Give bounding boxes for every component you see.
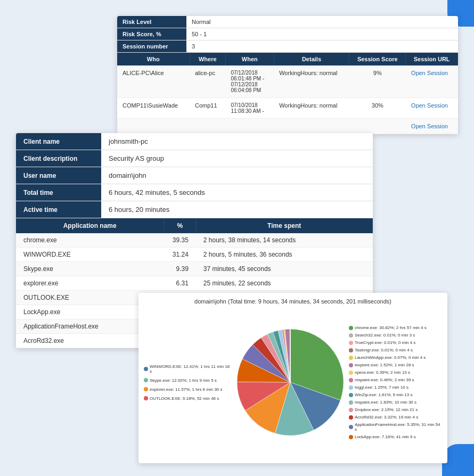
app-row: explorer.exe 6.31 25 minutes, 22 seconds bbox=[16, 276, 373, 291]
user-name-value: domain\john bbox=[101, 167, 373, 184]
pie-label-item-right: TrueCrypt.exe: 0.01%; 0 min 4 s bbox=[349, 340, 442, 345]
pie-label-item-left: OUTLOOK.EXE: 9.18%; 52 min 46 s bbox=[144, 396, 232, 401]
pie-label-text: mspaint.exe: 1.83%; 10 min 30 s bbox=[355, 400, 416, 405]
session-where-2: Comp11 bbox=[190, 98, 225, 119]
pie-label-item-right: chrome.exe: 30.82%; 2 hrs 57 min 4 s bbox=[349, 325, 442, 330]
session-row-2: COMP11\SusieWade Comp11 07/10/2018 11:08… bbox=[117, 98, 458, 119]
pie-label-dot bbox=[349, 363, 353, 367]
user-name-row: User name domain\john bbox=[16, 167, 373, 184]
risk-level-label: Risk Level bbox=[117, 16, 186, 28]
pie-label-item-left: WINWORD.EXE: 12.41%; 1 hrs 11 min 18 s bbox=[144, 364, 232, 374]
pie-label-dot bbox=[349, 435, 353, 439]
pie-label-item-right: opera.exe: 0.39%; 2 min 13 s bbox=[349, 370, 442, 375]
session-score-2: 30% bbox=[349, 98, 406, 119]
col-where: Where bbox=[190, 53, 225, 65]
pie-label-item-right: mspaint.exe: 1.83%; 10 min 30 s bbox=[349, 400, 442, 405]
session-details-1: WorkingHours: normal bbox=[274, 65, 349, 98]
session-who-2: COMP11\SusieWade bbox=[117, 98, 190, 119]
col-details: Details bbox=[274, 53, 349, 65]
pie-label-dot bbox=[144, 396, 148, 400]
session-row-1: ALICE-PC\Alice alice-pc 07/12/2018 06:01… bbox=[117, 65, 458, 98]
pie-label-dot bbox=[144, 378, 148, 382]
app-pct: 31.24 bbox=[164, 248, 196, 262]
risk-score-row: Risk Score, % 50 - 1 bbox=[117, 28, 458, 40]
pie-label-dot bbox=[349, 400, 353, 405]
pie-label-text: LockApp.exe: 7.18%; 41 min 9 s bbox=[355, 434, 416, 439]
active-time-label: Active time bbox=[16, 201, 101, 218]
chart-area: WINWORD.EXE: 12.41%; 1 hrs 11 min 18 sSk… bbox=[144, 308, 442, 457]
pie-label-text: toggl.exe: 1.25%; 7 min 10 s bbox=[355, 385, 408, 390]
pie-label-text: iexplore.exe: 1.52%; 1 min 28 s bbox=[355, 363, 414, 367]
pie-label-dot bbox=[349, 425, 353, 429]
user-name-label: User name bbox=[16, 167, 101, 184]
pie-labels-left: WINWORD.EXE: 12.41%; 1 hrs 11 min 18 sSk… bbox=[144, 364, 232, 401]
pie-label-text: chrome.exe: 30.82%; 2 hrs 57 min 4 s bbox=[355, 325, 427, 330]
pie-label-text: Taskmgr.exe: 0.01%; 0 min 4 s bbox=[355, 348, 413, 352]
pie-label-item-right: toggl.exe: 1.25%; 7 min 10 s bbox=[349, 385, 442, 390]
risk-level-value: Normal bbox=[186, 16, 458, 28]
app-col-pct: % bbox=[164, 218, 196, 233]
pie-label-dot bbox=[144, 367, 148, 371]
total-time-label: Total time bbox=[16, 184, 101, 201]
pie-label-dot bbox=[144, 387, 148, 391]
client-info-table: Client name johnsmith-pc Client descript… bbox=[16, 133, 373, 218]
pie-label-dot bbox=[349, 371, 353, 375]
session-number-label: Session number bbox=[117, 40, 186, 53]
session-where-3 bbox=[190, 119, 225, 134]
session-score-1: 9% bbox=[349, 65, 406, 98]
pie-label-text: explorer.exe: 11.57%; 1 hrs 6 min 30 s bbox=[150, 387, 223, 392]
app-row: chrome.exe 39.35 2 hours, 38 minutes, 14… bbox=[16, 233, 373, 248]
risk-info-table: Risk Level Normal Risk Score, % 50 - 1 S… bbox=[117, 16, 458, 53]
pie-label-item-right: AcroRd32.exe: 3.32%; 19 min 4 s bbox=[349, 415, 442, 420]
pie-label-item-right: iexplore.exe: 1.52%; 1 min 28 s bbox=[349, 363, 442, 367]
pie-label-item-right: WinZip.exe: 1.61%; 9 min 13 s bbox=[349, 392, 442, 397]
pie-label-item-left: explorer.exe: 11.57%; 1 hrs 6 min 30 s bbox=[144, 387, 232, 392]
col-when: When bbox=[225, 53, 274, 65]
pie-label-text: OUTLOOK.EXE: 9.18%; 52 min 46 s bbox=[150, 396, 219, 401]
client-desc-row: Client description Security AS group bbox=[16, 150, 373, 167]
session-when-1: 07/12/2018 06:01:48 PM - 07/12/2018 06:0… bbox=[225, 65, 274, 98]
pie-label-dot bbox=[349, 408, 353, 412]
pie-label-item-right: LockApp.exe: 7.18%; 41 min 9 s bbox=[349, 434, 442, 439]
app-pct: 9.39 bbox=[164, 262, 196, 276]
session-url-1[interactable]: Open Session bbox=[406, 65, 458, 98]
pie-label-item-left: Skype.exe: 12.02%; 1 hrs 9 min 5 s bbox=[144, 378, 232, 383]
client-name-row: Client name johnsmith-pc bbox=[16, 133, 373, 150]
pie-label-text: mspaint.exe: 0.46%; 2 min 39 s bbox=[355, 377, 414, 382]
pie-label-text: WINWORD.EXE: 12.41%; 1 hrs 11 min 18 s bbox=[150, 364, 232, 374]
app-name: Skype.exe bbox=[16, 262, 164, 276]
client-name-value: johnsmith-pc bbox=[101, 133, 373, 150]
pie-label-item-right: Dropbox.exe: 2.15%; 12 min 21 s bbox=[349, 407, 442, 412]
pie-label-item-right: Taskmgr.exe: 0.01%; 0 min 4 s bbox=[349, 348, 442, 352]
pie-label-text: AcroRd32.exe: 3.32%; 19 min 4 s bbox=[355, 415, 418, 420]
client-desc-value: Security AS group bbox=[101, 150, 373, 167]
pie-label-dot bbox=[349, 333, 353, 338]
session-url-2[interactable]: Open Session bbox=[406, 98, 458, 119]
app-name: chrome.exe bbox=[16, 233, 164, 248]
session-url-3[interactable]: Open Session bbox=[406, 119, 458, 134]
chart-title: domain\john (Total time: 9 hours, 34 min… bbox=[144, 298, 442, 305]
pie-chart-svg bbox=[232, 324, 349, 441]
pie-label-dot bbox=[349, 393, 353, 397]
app-col-name: Application name bbox=[16, 218, 164, 233]
app-row: Skype.exe 9.39 37 minutes, 45 seconds bbox=[16, 262, 373, 276]
pie-label-dot bbox=[349, 415, 353, 420]
pie-label-text: TrueCrypt.exe: 0.01%; 0 min 4 s bbox=[355, 340, 415, 345]
panel-chart: domain\john (Total time: 9 hours, 34 min… bbox=[138, 293, 447, 463]
app-time: 37 minutes, 45 seconds bbox=[196, 262, 373, 276]
app-time: 25 minutes, 22 seconds bbox=[196, 276, 373, 291]
session-when-3 bbox=[225, 119, 274, 134]
risk-level-row: Risk Level Normal bbox=[117, 16, 458, 28]
app-name: WINWORD.EXE bbox=[16, 248, 164, 262]
pie-label-dot bbox=[349, 356, 353, 360]
session-who-1: ALICE-PC\Alice bbox=[117, 65, 190, 98]
app-name: explorer.exe bbox=[16, 276, 164, 291]
total-time-value: 6 hours, 42 minutes, 5 seconds bbox=[101, 184, 373, 201]
pie-label-dot bbox=[349, 348, 353, 352]
app-pct: 6.31 bbox=[164, 276, 196, 291]
pie-label-text: WinZip.exe: 1.61%; 9 min 13 s bbox=[355, 392, 413, 397]
pie-label-item-right: LaunchWinApp.exe: 0.07%; 0 min 4 s bbox=[349, 355, 442, 360]
client-desc-label: Client description bbox=[16, 150, 101, 167]
pie-label-dot bbox=[349, 385, 353, 390]
session-row-3: Open Session bbox=[117, 119, 458, 134]
